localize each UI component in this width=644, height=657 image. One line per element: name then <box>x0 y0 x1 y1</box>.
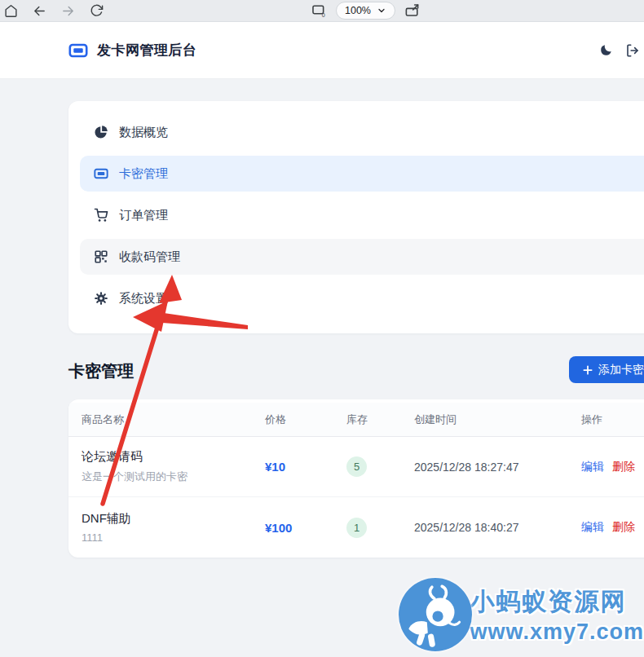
menu-item-data-overview[interactable]: 数据概览 <box>80 114 644 150</box>
product-name: 论坛邀请码 <box>82 449 265 465</box>
col-actions: 操作 <box>581 412 644 427</box>
app-header: 发卡网管理后台 <box>0 22 644 79</box>
delete-link[interactable]: 删除 <box>612 460 635 474</box>
stock-badge: 5 <box>346 456 367 477</box>
dark-mode-moon-icon[interactable] <box>599 43 613 57</box>
toolbar-nav-group <box>4 4 104 18</box>
device-emulation-icon[interactable]: 0 <box>311 3 327 19</box>
card-icon <box>94 166 108 181</box>
add-card-button-label: 添加卡密 <box>598 363 644 377</box>
nav-menu-card: 数据概览 卡密管理 订单管理 收款码管理 系统设置 <box>68 101 644 333</box>
product-name-cell: DNF辅助 1111 <box>82 511 265 544</box>
delete-link[interactable]: 删除 <box>612 520 635 535</box>
brand-card-icon <box>68 41 88 60</box>
menu-item-order-management[interactable]: 订单管理 <box>80 197 644 233</box>
cart-icon <box>94 208 108 223</box>
product-name-cell: 论坛邀请码 这是一个测试用的卡密 <box>82 449 265 484</box>
products-table: 商品名称 价格 库存 创建时间 操作 论坛邀请码 这是一个测试用的卡密 ¥10 … <box>68 399 644 558</box>
product-name: DNF辅助 <box>82 511 265 527</box>
row-actions: 编辑 删除 <box>581 460 644 474</box>
menu-item-system-settings[interactable]: 系统设置 <box>80 280 644 316</box>
edit-link[interactable]: 编辑 <box>581 520 604 535</box>
qr-code-icon <box>94 249 108 264</box>
svg-text:0: 0 <box>322 12 325 19</box>
stock-cell: 5 <box>346 456 414 477</box>
chevron-down-icon <box>377 6 386 15</box>
menu-item-card-management[interactable]: 卡密管理 <box>80 156 644 192</box>
row-actions: 编辑 删除 <box>581 520 644 535</box>
menu-item-label: 卡密管理 <box>119 166 168 182</box>
toolbar-device-group: 0 100% <box>311 0 420 21</box>
stock-badge: 1 <box>346 518 367 538</box>
pie-chart-icon <box>94 125 108 139</box>
zoom-value: 100% <box>345 5 371 16</box>
product-description: 1111 <box>82 531 265 544</box>
logout-icon[interactable] <box>625 43 640 58</box>
edit-link[interactable]: 编辑 <box>581 460 604 474</box>
table-header-row: 商品名称 价格 库存 创建时间 操作 <box>68 403 644 437</box>
col-stock: 库存 <box>346 412 414 427</box>
product-price: ¥10 <box>265 460 346 474</box>
product-price: ¥100 <box>265 521 346 535</box>
forward-icon[interactable] <box>61 4 75 18</box>
menu-item-payment-code-management[interactable]: 收款码管理 <box>80 239 644 275</box>
menu-item-label: 数据概览 <box>119 125 168 140</box>
zoom-dropdown[interactable]: 100% <box>336 2 395 20</box>
refresh-icon[interactable] <box>90 4 104 18</box>
menu-item-label: 订单管理 <box>119 208 168 223</box>
brand: 发卡网管理后台 <box>68 41 197 60</box>
menu-item-label: 系统设置 <box>119 291 168 306</box>
gear-icon <box>94 291 108 306</box>
open-in-new-window-icon[interactable] <box>404 3 420 19</box>
table-row: 论坛邀请码 这是一个测试用的卡密 ¥10 5 2025/12/28 18:27:… <box>68 437 644 497</box>
created-at: 2025/12/28 18:40:27 <box>414 521 581 534</box>
created-at: 2025/12/28 18:27:47 <box>414 461 581 474</box>
table-row: DNF辅助 1111 ¥100 1 2025/12/28 18:40:27 编辑… <box>68 497 644 558</box>
section-title: 卡密管理 <box>68 360 134 382</box>
col-created-at: 创建时间 <box>414 412 581 427</box>
col-product-name: 商品名称 <box>82 412 265 427</box>
col-price: 价格 <box>265 412 346 427</box>
header-actions <box>599 22 640 78</box>
page-title: 发卡网管理后台 <box>97 41 197 60</box>
back-icon[interactable] <box>33 4 46 18</box>
page-body: 数据概览 卡密管理 订单管理 收款码管理 系统设置 卡密管理 添加卡密 商品名称… <box>0 80 644 657</box>
plus-icon <box>582 364 593 376</box>
stock-cell: 1 <box>346 518 414 538</box>
menu-item-label: 收款码管理 <box>119 249 180 265</box>
add-card-button[interactable]: 添加卡密 <box>569 356 644 383</box>
product-description: 这是一个测试用的卡密 <box>82 470 265 484</box>
home-icon[interactable] <box>4 4 18 18</box>
browser-toolbar: 0 100% <box>0 0 644 22</box>
